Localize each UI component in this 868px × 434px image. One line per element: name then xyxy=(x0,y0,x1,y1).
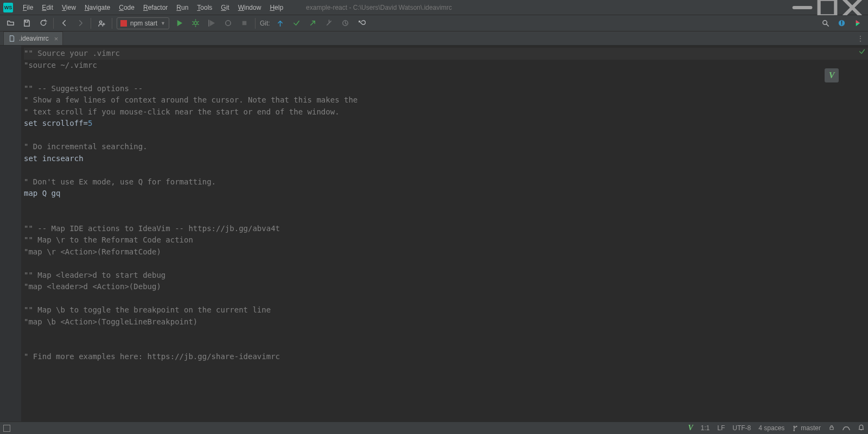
ide-settings-icon[interactable] xyxy=(835,17,847,29)
git-branch[interactable]: master xyxy=(792,424,821,432)
svg-point-3 xyxy=(226,21,231,25)
vcs-push-icon[interactable] xyxy=(307,17,319,29)
nav-back-icon[interactable] xyxy=(58,17,70,29)
menu-help[interactable]: Help xyxy=(265,3,288,12)
file-encoding[interactable]: UTF-8 xyxy=(732,424,751,432)
run-config-label: npm start xyxy=(130,20,157,27)
menu-refactor[interactable]: Refactor xyxy=(139,3,172,12)
menu-tools[interactable]: Tools xyxy=(193,3,216,12)
svg-rect-4 xyxy=(242,21,247,25)
stop-icon[interactable] xyxy=(239,17,251,29)
menu-file[interactable]: File xyxy=(18,3,37,12)
run-icon[interactable] xyxy=(174,17,186,29)
save-all-icon[interactable] xyxy=(21,17,33,29)
file-tab-label: .ideavimrc xyxy=(19,35,49,42)
code-with-me-icon[interactable] xyxy=(95,17,107,29)
background-tasks-icon[interactable] xyxy=(843,424,850,433)
line-separator[interactable]: LF xyxy=(717,424,725,432)
caret-position[interactable]: 1:1 xyxy=(701,424,710,432)
separator xyxy=(91,18,91,29)
separator xyxy=(255,18,256,29)
separator xyxy=(53,18,54,29)
tool-windows-toggle-icon[interactable] xyxy=(3,425,10,432)
editor-gutter[interactable] xyxy=(0,46,22,422)
minimize-button[interactable] xyxy=(790,0,815,15)
open-icon[interactable] xyxy=(4,17,16,29)
menu-bar: WS FileEditViewNavigateCodeRefactorRunTo… xyxy=(0,0,868,15)
svg-point-1 xyxy=(99,21,101,23)
profile-icon[interactable] xyxy=(222,17,234,29)
vcs-history-icon[interactable] xyxy=(323,17,335,29)
readonly-lock-icon[interactable] xyxy=(828,424,835,432)
file-tab[interactable]: .ideavimrc × xyxy=(3,31,63,45)
search-everywhere-icon[interactable] xyxy=(819,17,831,29)
vcs-clock-icon[interactable] xyxy=(340,17,352,29)
close-tab-icon[interactable]: × xyxy=(52,35,59,43)
vcs-rollback-icon[interactable] xyxy=(356,17,368,29)
reload-icon[interactable] xyxy=(37,17,49,29)
inspection-ok-icon[interactable] xyxy=(858,48,866,57)
menu-window[interactable]: Window xyxy=(234,3,266,12)
chevron-down-icon: ▼ xyxy=(161,21,165,26)
separator xyxy=(112,18,112,29)
nav-forward-icon[interactable] xyxy=(74,17,86,29)
git-label: Git: xyxy=(260,20,270,27)
run-coverage-icon[interactable] xyxy=(206,17,218,29)
menu-view[interactable]: View xyxy=(58,3,80,12)
editor-tabs: .ideavimrc × ⋮ xyxy=(0,31,868,46)
indent-settings[interactable]: 4 spaces xyxy=(758,424,784,432)
file-icon xyxy=(8,35,16,42)
debug-icon[interactable] xyxy=(190,17,202,29)
editor-area: "" Source your .vimrc "source ~/.vimrc "… xyxy=(0,46,868,422)
main-toolbar: npm start ▼ Git: xyxy=(0,15,868,31)
menu-run[interactable]: Run xyxy=(172,3,193,12)
vcs-update-icon[interactable] xyxy=(275,17,286,29)
close-button[interactable] xyxy=(840,0,865,15)
app-logo: WS xyxy=(3,3,13,12)
vcs-commit-icon[interactable] xyxy=(291,17,303,29)
npm-icon xyxy=(120,20,127,27)
svg-rect-0 xyxy=(819,0,836,16)
menu-git[interactable]: Git xyxy=(216,3,233,12)
maximize-button[interactable] xyxy=(815,0,840,15)
jetbrains-toolbox-icon[interactable] xyxy=(852,17,864,29)
vim-status-icon[interactable]: V xyxy=(688,424,693,432)
ideavim-badge[interactable]: V xyxy=(825,68,839,82)
menu-edit[interactable]: Edit xyxy=(37,3,58,12)
status-bar: V 1:1 LF UTF-8 4 spaces master xyxy=(0,422,868,434)
window-title: example-react - C:\Users\David Watson\.i… xyxy=(290,4,788,11)
notifications-icon[interactable] xyxy=(858,424,865,432)
svg-rect-8 xyxy=(830,427,833,430)
svg-point-2 xyxy=(194,22,197,25)
menu-code[interactable]: Code xyxy=(114,3,139,12)
git-branch-name: master xyxy=(801,424,821,432)
menu-navigate[interactable]: Navigate xyxy=(80,3,114,12)
code-editor[interactable]: "" Source your .vimrc "source ~/.vimrc "… xyxy=(22,46,868,422)
run-config-selector[interactable]: npm start ▼ xyxy=(117,17,169,29)
tabs-more-icon[interactable]: ⋮ xyxy=(857,31,868,45)
